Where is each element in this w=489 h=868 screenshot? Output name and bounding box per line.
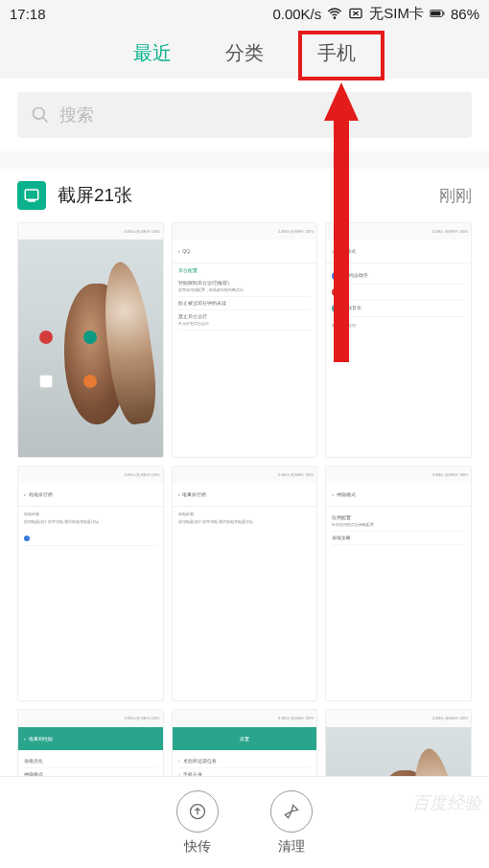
clean-label: 清理 [278, 838, 305, 856]
wifi-icon [327, 6, 342, 21]
wallpaper-preview [18, 240, 163, 457]
svg-line-6 [43, 118, 48, 123]
screenshot-album-icon [17, 181, 46, 210]
chevron-left-icon: ‹ [178, 491, 180, 497]
upload-icon [188, 802, 207, 821]
svg-point-0 [335, 17, 336, 18]
search-input[interactable]: 搜索 [17, 92, 472, 138]
screenshot-thumb[interactable]: 0.30K/s 无SIM卡 100% ‹电量排行榜 耗电检测 应用电量排行 软件… [172, 466, 318, 701]
album-time: 刚刚 [439, 185, 472, 207]
watermark: 百度经验 [412, 791, 481, 814]
svg-rect-7 [25, 190, 38, 200]
battery-percent: 86% [451, 6, 479, 22]
quick-send-button[interactable]: 快传 [176, 790, 219, 856]
search-placeholder: 搜索 [59, 103, 94, 126]
close-box-icon [348, 6, 363, 21]
tab-category[interactable]: 分类 [225, 40, 264, 66]
album-header[interactable]: 截屏21张 刚刚 [0, 169, 489, 222]
svg-rect-4 [443, 11, 444, 14]
album-title: 截屏21张 [58, 183, 428, 208]
screenshot-thumb[interactable]: 0.30K/s 无SIM卡 100% ‹QQ 后台配置 智能限制后台运行(推荐)… [172, 222, 318, 458]
status-right: 0.00K/s 无SIM卡 86% [272, 5, 479, 23]
broom-icon [282, 802, 301, 821]
bottom-bar: 快传 清理 [0, 776, 489, 868]
chevron-left-icon: ‹ [332, 248, 334, 254]
battery-icon [430, 6, 445, 21]
screenshot-thumb[interactable]: 0.30K/s 无SIM卡 100% [17, 222, 164, 458]
chevron-left-icon: ‹ [332, 491, 334, 497]
clean-button[interactable]: 清理 [270, 790, 313, 856]
quick-send-label: 快传 [184, 838, 211, 856]
svg-point-5 [34, 108, 45, 120]
screenshot-thumb[interactable]: 0.30K/s 无SIM卡 100% ‹神隐模式 QQ同步助手 QQ 酷我音乐 … [325, 222, 472, 458]
chevron-left-icon: ‹ [178, 248, 180, 254]
tab-recent[interactable]: 最近 [133, 40, 172, 66]
search-area: 搜索 [0, 79, 489, 151]
top-tabs: 最近 分类 手机 [0, 27, 489, 79]
screenshot-thumb[interactable]: 0.30K/s 无SIM卡 100% ‹耗电排行榜 耗电检测 应用电量排行 软件… [17, 466, 164, 701]
svg-rect-3 [431, 11, 440, 16]
status-time: 17:18 [10, 6, 46, 22]
net-speed: 0.00K/s [272, 6, 321, 22]
chevron-left-icon: ‹ [24, 491, 26, 497]
thumbnail-grid: 0.30K/s 无SIM卡 100% 0.30K/s 无SIM卡 100% ‹Q… [0, 222, 489, 868]
tab-phone[interactable]: 手机 [317, 40, 356, 66]
screenshot-thumb[interactable]: 0.30K/s 无SIM卡 100% ‹神隐模式 应用配置针对应用的后台策略配置… [325, 466, 472, 701]
sim-status: 无SIM卡 [369, 5, 424, 23]
search-icon [31, 105, 50, 125]
svg-rect-8 [29, 200, 35, 202]
status-bar: 17:18 0.00K/s 无SIM卡 86% [0, 0, 489, 27]
chevron-left-icon: ‹ [24, 736, 26, 742]
